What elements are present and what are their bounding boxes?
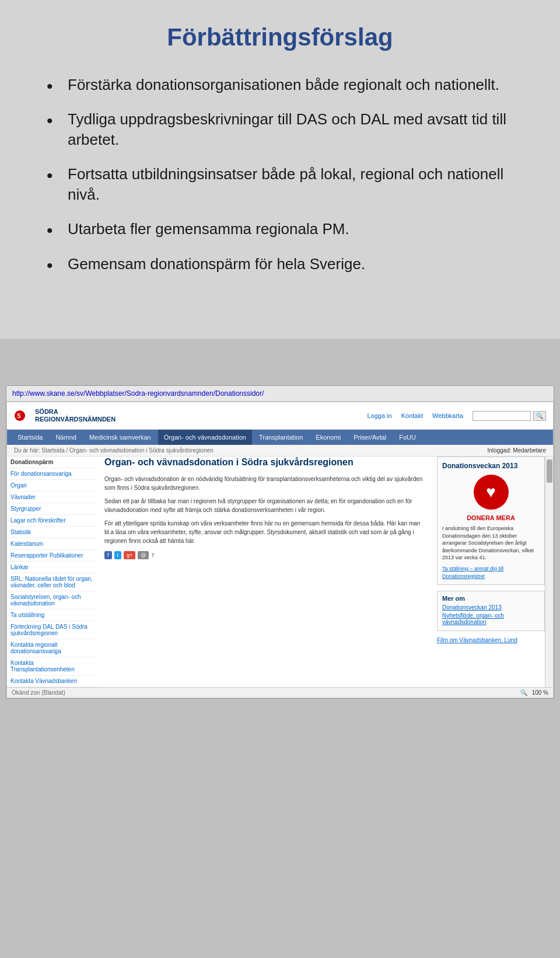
sidebar-link[interactable]: Kontakta Vävnadsbanken — [7, 675, 97, 687]
sidebar-link[interactable]: Kontakta regionalt donationsansvariga — [7, 639, 97, 657]
logo-icon: S — [14, 407, 32, 424]
scrollbar[interactable] — [545, 457, 553, 687]
left-sidebar: DonationspärmFör donationsansvarigaOrgan… — [7, 457, 97, 687]
slide-title: Förbättringsförslag — [47, 23, 513, 51]
sidebar-link[interactable]: Förteckning DAL DAS i Södra sjukvårdsreg… — [7, 621, 97, 639]
zoom-level: 100 % — [532, 689, 548, 696]
donation-text-2: Ta ställning – anmäl dig till Donationsr… — [442, 565, 540, 580]
sidebar-link[interactable]: Socialstyrelsen, organ- och vävnadsdonat… — [7, 591, 97, 609]
gplus-btn[interactable]: g+ — [124, 551, 135, 559]
search-box: 🔍 — [473, 411, 546, 421]
donation-box-title: Donationsveckan 2013 — [442, 462, 540, 470]
sidebar-link[interactable]: Organ — [7, 480, 97, 492]
page-heading: Organ- och vävnadsdonation i Södra sjukv… — [104, 457, 430, 469]
breadcrumb-text: Du är här: Startsida / Organ- och vävnad… — [14, 447, 214, 454]
sidebar-link[interactable]: Kontakta Transplantationsenheten — [7, 657, 97, 675]
share-count: 7 — [151, 552, 154, 558]
logged-in-text: Inloggad: Medarbetare — [487, 447, 546, 454]
zoom-label: 🔍 — [520, 689, 527, 696]
donation-box: Donationsveckan 2013 ♥ DONERA MERA I ans… — [437, 457, 545, 585]
site-nav: StartsidaNämndMedicinsk samverkanOrgan- … — [7, 430, 553, 445]
header-right: Logga in Kontakt Webbkarta 🔍 — [367, 411, 546, 421]
browser-container: http://www.skane.se/sv/Webbplatser/Sodra… — [6, 385, 554, 699]
browser-bar: http://www.skane.se/sv/Webbplatser/Sodra… — [6, 386, 554, 402]
sidebar-link[interactable]: Kalendarium — [7, 538, 97, 550]
svg-text:S: S — [17, 413, 21, 419]
nav-item-ekonomi[interactable]: Ekonomi — [310, 430, 346, 445]
browser-url: http://www.skane.se/sv/Webbplatser/Sodra… — [12, 389, 264, 398]
film-link[interactable]: Film om Vävnadsbanken, Lund — [437, 637, 545, 643]
site-header: S SÖDRA REGIONVÅRDSNÄMNDEN Logga in Kont… — [7, 402, 553, 430]
nyhets-link[interactable]: Nyhetsflöde, organ- och vävnadsdonation — [442, 612, 540, 625]
kontakt-link[interactable]: Kontakt — [401, 412, 423, 419]
twitter-btn[interactable]: t — [114, 551, 122, 559]
content-paragraph: Sedan ett par år tillbaka har man i regi… — [104, 497, 430, 514]
nav-item-fouu[interactable]: FoUU — [393, 430, 422, 445]
logga-in-link[interactable]: Logga in — [367, 412, 391, 419]
nav-item-nämnd[interactable]: Nämnd — [50, 430, 82, 445]
heart-circle: ♥ — [474, 475, 509, 510]
email-btn[interactable]: @ — [138, 551, 149, 559]
sidebar-link[interactable]: Styrgrupper — [7, 503, 97, 515]
bullet-item: Utarbeta fler gemensamma regionala PM. — [47, 219, 513, 239]
mer-om-title: Mer om — [442, 595, 540, 602]
status-right: 🔍 100 % — [520, 689, 548, 696]
mer-om-box: Mer om Donationsveckan 2013 Nyhetsflöde,… — [437, 591, 545, 631]
main-layout: DonationspärmFör donationsansvarigaOrgan… — [7, 457, 553, 687]
browser-content: S SÖDRA REGIONVÅRDSNÄMNDEN Logga in Kont… — [6, 402, 554, 698]
nav-item-organ--och-vävnadsdonation[interactable]: Organ- och vävnadsdonation — [158, 430, 252, 445]
search-input[interactable] — [473, 411, 531, 421]
search-button[interactable]: 🔍 — [533, 411, 546, 421]
webbkarta-link[interactable]: Webbkarta — [432, 412, 463, 419]
sidebar-link[interactable]: Ta utställning — [7, 609, 97, 621]
sidebar-link[interactable]: För donationsansvariga — [7, 468, 97, 480]
facebook-btn[interactable]: f — [104, 551, 112, 559]
status-bar: Okänd zon (Blandat) 🔍 100 % — [7, 687, 553, 698]
sidebar-link[interactable]: Statistik — [7, 527, 97, 538]
heart-symbol: ♥ — [486, 483, 496, 501]
sidebar-link[interactable]: Länkar — [7, 562, 97, 573]
donera-text: DONERA MERA — [442, 514, 540, 521]
content-paragraph: För att ytterligare sprida kunskap om vå… — [104, 519, 430, 545]
bullet-item: Fortsatta utbildningsinsatser både på lo… — [47, 164, 513, 205]
bullet-item: Gemensam donationspärm för hela Sverige. — [47, 254, 513, 274]
site-logo: S SÖDRA REGIONVÅRDSNÄMNDEN — [14, 407, 116, 424]
logo-text: SÖDRA REGIONVÅRDSNÄMNDEN — [35, 408, 116, 423]
breadcrumb-bar: Du är här: Startsida / Organ- och vävnad… — [7, 445, 553, 457]
sidebar-link[interactable]: Reserapporter Publikationer — [7, 550, 97, 562]
bullet-item: Tydliga uppdragsbeskrivningar till DAS o… — [47, 109, 513, 150]
sidebar-link[interactable]: SRL: Nationella rådet för organ, vävnade… — [7, 573, 97, 591]
bullet-item: Förstärka donationsorganisationen både r… — [47, 75, 513, 95]
social-bar: f t g+ @ 7 — [104, 551, 430, 559]
right-sidebar: Donationsveckan 2013 ♥ DONERA MERA I ans… — [437, 457, 545, 687]
donation-text-1: I anslutning till den Europeiska Donatio… — [442, 525, 540, 562]
nav-item-priser/avtal[interactable]: Priser/Avtal — [348, 430, 392, 445]
bullet-list: Förstärka donationsorganisationen både r… — [47, 75, 513, 274]
gap-area — [0, 339, 560, 385]
center-content: Organ- och vävnadsdonation i Södra sjukv… — [104, 457, 430, 687]
sidebar-link[interactable]: Lagar och föreskrifter — [7, 515, 97, 527]
content-paragraph: Organ- och vävnadsdonation är en nödvänd… — [104, 475, 430, 492]
sidebar-link[interactable]: Vävnader — [7, 492, 97, 503]
stallning-link[interactable]: Ta ställning – anmäl dig till Donationsr… — [442, 566, 503, 579]
status-zone: Okänd zon (Blandat) — [12, 689, 65, 696]
donationsveckan-link[interactable]: Donationsveckan 2013 — [442, 604, 540, 611]
donation-heart: ♥ — [442, 475, 540, 510]
scrollbar-thumb[interactable] — [547, 459, 552, 483]
sidebar-link[interactable]: Donationspärm — [7, 457, 97, 468]
nav-item-startsida[interactable]: Startsida — [12, 430, 48, 445]
nav-item-transplantation[interactable]: Transplantation — [253, 430, 309, 445]
slide-area: Förbättringsförslag Förstärka donationso… — [0, 0, 560, 339]
nav-item-medicinsk-samverkan[interactable]: Medicinsk samverkan — [83, 430, 157, 445]
content-paragraphs: Organ- och vävnadsdonation är en nödvänd… — [104, 475, 430, 545]
